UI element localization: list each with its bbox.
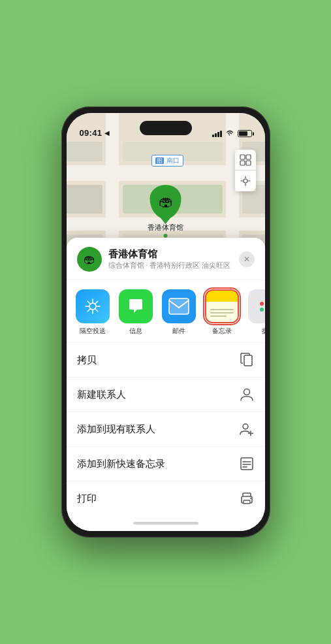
action-add-notes-label: 添加到新快速备忘录 — [77, 458, 165, 470]
copy-icon — [239, 352, 255, 368]
more-dots-row-1 — [260, 302, 265, 306]
location-button[interactable] — [235, 170, 256, 191]
place-info: 香港体育馆 综合体育馆 · 香港特别行政区 油尖旺区 — [108, 248, 239, 270]
map-view-toggle[interactable] — [235, 150, 256, 170]
share-app-messages[interactable]: 信息 — [116, 289, 155, 336]
status-time: 09:41 — [80, 128, 102, 138]
dynamic-island — [140, 121, 192, 135]
notes-lines — [210, 309, 234, 317]
share-app-airdrop[interactable]: 隔空投送 — [73, 289, 112, 336]
svg-point-23 — [250, 498, 251, 499]
svg-rect-17 — [241, 458, 253, 470]
person-icon — [239, 387, 255, 402]
more-label: 提 — [262, 327, 265, 336]
status-icons — [212, 129, 252, 138]
svg-point-14 — [243, 424, 248, 429]
notes-line — [210, 309, 234, 310]
dot-green — [260, 308, 264, 312]
notes-header-bar — [206, 291, 238, 302]
mail-icon — [162, 289, 196, 323]
signal-bars — [212, 131, 222, 137]
note-icon — [239, 456, 255, 472]
more-icon — [248, 289, 265, 323]
bottom-sheet: 🏟 香港体育馆 综合体育馆 · 香港特别行政区 油尖旺区 ✕ — [67, 238, 265, 531]
action-print-label: 打印 — [77, 492, 97, 505]
phone-frame: 09:41 ◀ — [61, 106, 270, 538]
stadium-place-icon: 🏟 — [84, 253, 95, 266]
messages-icon — [119, 289, 153, 323]
svg-rect-0 — [240, 155, 245, 159]
place-icon: 🏟 — [77, 247, 102, 272]
action-list: 拷贝 新建联系人 — [67, 342, 265, 515]
phone-screen: 09:41 ◀ — [67, 113, 265, 531]
pin-dot — [164, 234, 168, 238]
location-arrow-icon: ◀ — [104, 129, 110, 137]
pin-label: 香港体育馆 — [148, 223, 183, 233]
place-name: 香港体育馆 — [108, 248, 239, 261]
svg-point-13 — [244, 389, 249, 395]
battery-icon — [238, 130, 252, 137]
svg-rect-3 — [246, 161, 251, 165]
share-app-mail[interactable]: 邮件 — [159, 289, 198, 336]
battery-fill — [239, 131, 248, 136]
airdrop-icon — [76, 289, 110, 323]
notes-line — [210, 315, 227, 317]
action-copy-label: 拷贝 — [77, 354, 97, 366]
svg-rect-22 — [244, 500, 250, 504]
notes-line — [210, 312, 234, 314]
close-button[interactable]: ✕ — [239, 251, 255, 267]
svg-point-4 — [244, 179, 247, 183]
share-apps-row: 隔空投送 信息 — [67, 280, 265, 342]
pin-drop: 🏟 — [150, 185, 181, 219]
messages-label: 信息 — [129, 327, 142, 336]
more-dots-row-2 — [260, 308, 265, 312]
map-label: 图 南口 — [151, 155, 184, 167]
action-add-existing[interactable]: 添加到现有联系人 — [67, 412, 265, 447]
map-block-9 — [67, 185, 102, 214]
location-pin: 🏟 香港体育馆 — [148, 185, 183, 238]
notes-icon — [205, 289, 239, 323]
map-block-1 — [67, 142, 102, 161]
map-label-text: 南口 — [166, 157, 180, 164]
svg-rect-12 — [244, 355, 252, 366]
printer-icon — [239, 491, 255, 506]
home-bar — [133, 522, 198, 524]
action-copy[interactable]: 拷贝 — [67, 343, 265, 378]
dot-red — [260, 302, 264, 306]
action-print[interactable]: 打印 — [67, 481, 265, 515]
action-new-contact-label: 新建联系人 — [77, 389, 126, 401]
svg-rect-1 — [246, 155, 251, 159]
place-subtitle: 综合体育馆 · 香港特别行政区 油尖旺区 — [108, 261, 239, 270]
svg-rect-2 — [240, 161, 245, 165]
notes-label: 备忘录 — [212, 327, 232, 336]
svg-rect-10 — [169, 298, 189, 314]
action-add-existing-label: 添加到现有联系人 — [77, 423, 155, 436]
stadium-icon: 🏟 — [159, 193, 173, 210]
airdrop-label: 隔空投送 — [80, 327, 106, 336]
more-dots-container — [260, 302, 265, 312]
map-controls — [235, 150, 256, 191]
share-app-notes[interactable]: 备忘录 — [202, 289, 242, 336]
action-new-contact[interactable]: 新建联系人 — [67, 378, 265, 412]
place-header: 🏟 香港体育馆 综合体育馆 · 香港特别行政区 油尖旺区 ✕ — [67, 238, 265, 280]
action-add-notes[interactable]: 添加到新快速备忘录 — [67, 447, 265, 481]
mail-label: 邮件 — [172, 327, 185, 336]
wifi-icon — [225, 129, 234, 138]
person-add-icon — [239, 421, 255, 437]
home-indicator — [67, 515, 265, 531]
share-app-more[interactable]: 提 — [245, 289, 265, 336]
